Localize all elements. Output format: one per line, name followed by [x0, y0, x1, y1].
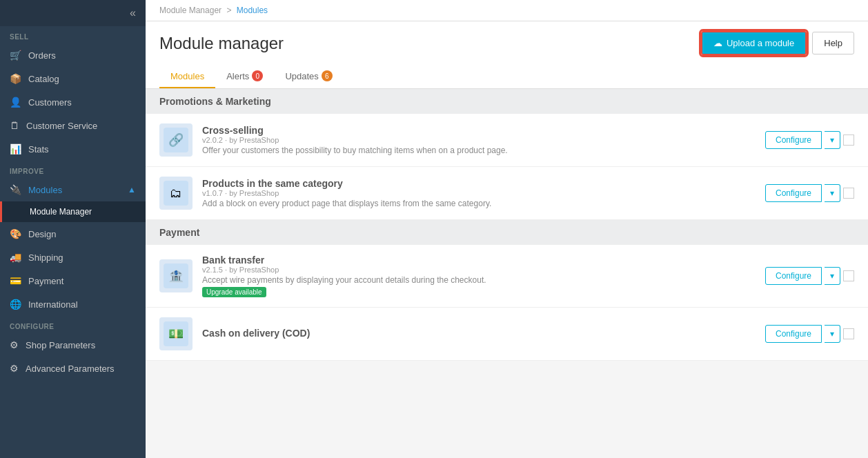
sidebar-label-advanced-parameters: Advanced Parameters [26, 364, 115, 374]
products-same-category-name: Products in the same category [202, 178, 756, 189]
cash-on-delivery-icon: 💵 [159, 317, 193, 350]
sidebar-item-customers[interactable]: 👤 Customers [0, 90, 146, 114]
modules-submenu: Module Manager [0, 201, 146, 222]
sidebar-label-customer-service: Customer Service [26, 121, 97, 131]
sidebar-item-shop-parameters[interactable]: ⚙ Shop Parameters [0, 333, 146, 357]
products-same-category-dropdown-button[interactable]: ▾ [825, 184, 840, 202]
breadcrumb-current[interactable]: Modules [237, 6, 268, 15]
sidebar: « SELL 🛒 Orders 📦 Catalog 👤 Customers 🗒 … [0, 0, 146, 458]
svg-text:🏦: 🏦 [168, 268, 184, 283]
products-same-category-info: Products in the same category v1.0.7 · b… [202, 178, 756, 208]
updates-badge: 6 [322, 70, 333, 81]
stats-icon: 📊 [10, 143, 21, 155]
content-area: Promotions & Marketing 🔗 Cross-selling v… [146, 89, 868, 458]
module-item-cash-on-delivery: 💵 Cash on delivery (COD) Configure ▾ [146, 308, 868, 361]
products-same-category-actions: Configure ▾ [765, 184, 854, 202]
advanced-parameters-icon: ⚙ [10, 363, 19, 374]
products-same-category-version: v1.0.7 · by PrestaShop [202, 189, 756, 197]
sidebar-item-design[interactable]: 🎨 Design [0, 222, 146, 246]
sidebar-item-customer-service[interactable]: 🗒 Customer Service [0, 114, 146, 137]
cross-selling-info: Cross-selling v2.0.2 · by PrestaShop Off… [202, 125, 756, 155]
sidebar-item-catalog[interactable]: 📦 Catalog [0, 67, 146, 90]
header-actions: ☁ Upload a module Help [701, 31, 854, 55]
bank-transfer-configure-button[interactable]: Configure [765, 267, 822, 285]
page-header: Module manager ☁ Upload a module Help Mo… [146, 21, 868, 89]
sidebar-item-advanced-parameters[interactable]: ⚙ Advanced Parameters [0, 357, 146, 380]
breadcrumb: Module Manager > Modules [146, 0, 868, 21]
module-item-products-same-category: 🗂 Products in the same category v1.0.7 ·… [146, 167, 868, 220]
page-title: Module manager [159, 34, 284, 53]
tabs: Modules Alerts 0 Updates 6 [159, 65, 854, 88]
sidebar-label-orders: Orders [28, 50, 56, 61]
section-title-promotions: Promotions & Marketing [159, 96, 271, 107]
collapse-icon: « [130, 7, 136, 19]
bank-transfer-desc: Accept wire payments by displaying your … [202, 275, 756, 285]
upload-cloud-icon: ☁ [713, 38, 722, 48]
bank-transfer-name: Bank transfer [202, 255, 756, 266]
module-item-cross-selling: 🔗 Cross-selling v2.0.2 · by PrestaShop O… [146, 114, 868, 167]
section-header-payment: Payment [146, 220, 868, 245]
modules-icon: 🔌 [10, 184, 21, 195]
cross-selling-name: Cross-selling [202, 125, 756, 136]
main-content: Module Manager > Modules Module manager … [146, 0, 868, 458]
cross-selling-dropdown-button[interactable]: ▾ [825, 131, 840, 149]
sidebar-item-stats[interactable]: 📊 Stats [0, 137, 146, 161]
bank-transfer-actions: Configure ▾ [765, 267, 854, 285]
payment-module-list: 🏦 Bank transfer v2.1.5 · by PrestaShop A… [146, 245, 868, 361]
cross-selling-version: v2.0.2 · by PrestaShop [202, 136, 756, 144]
shop-parameters-icon: ⚙ [10, 339, 19, 350]
products-same-category-configure-button[interactable]: Configure [765, 184, 822, 202]
tab-updates-label: Updates [285, 71, 318, 81]
sidebar-label-modules: Modules [28, 185, 62, 195]
sidebar-label-customers: Customers [28, 97, 72, 108]
cross-selling-checkbox[interactable] [843, 135, 854, 146]
upload-button-label: Upload a module [727, 38, 794, 48]
help-button[interactable]: Help [812, 32, 854, 54]
module-item-bank-transfer: 🏦 Bank transfer v2.1.5 · by PrestaShop A… [146, 245, 868, 308]
sidebar-item-payment[interactable]: 💳 Payment [0, 269, 146, 292]
breadcrumb-separator: > [226, 6, 231, 15]
svg-text:🗂: 🗂 [170, 186, 182, 200]
design-icon: 🎨 [10, 228, 21, 239]
alerts-badge: 0 [252, 70, 263, 81]
tab-alerts-label: Alerts [226, 71, 249, 81]
international-icon: 🌐 [10, 299, 21, 310]
cross-selling-configure-button[interactable]: Configure [765, 131, 822, 149]
cross-selling-desc: Offer your customers the possibility to … [202, 146, 756, 155]
bank-transfer-version: v2.1.5 · by PrestaShop [202, 266, 756, 274]
sidebar-item-modules[interactable]: 🔌 Modules ▲ [0, 178, 146, 201]
bank-transfer-checkbox[interactable] [843, 270, 854, 281]
payment-icon: 💳 [10, 275, 21, 286]
cash-on-delivery-name: Cash on delivery (COD) [202, 328, 756, 339]
bank-transfer-info: Bank transfer v2.1.5 · by PrestaShop Acc… [202, 255, 756, 297]
breadcrumb-parent[interactable]: Module Manager [159, 6, 221, 15]
configure-section-label: CONFIGURE [0, 316, 146, 333]
sidebar-label-module-manager: Module Manager [30, 207, 92, 217]
sidebar-item-orders[interactable]: 🛒 Orders [0, 43, 146, 67]
bank-transfer-dropdown-button[interactable]: ▾ [825, 267, 840, 285]
cross-selling-icon: 🔗 [159, 123, 193, 157]
sidebar-item-international[interactable]: 🌐 International [0, 292, 146, 316]
tab-updates[interactable]: Updates 6 [274, 65, 343, 88]
bank-transfer-icon: 🏦 [159, 259, 193, 292]
shipping-icon: 🚚 [10, 252, 21, 263]
cash-on-delivery-configure-button[interactable]: Configure [765, 325, 822, 343]
cash-on-delivery-dropdown-button[interactable]: ▾ [825, 325, 840, 343]
tab-alerts[interactable]: Alerts 0 [215, 65, 274, 88]
sidebar-collapse-button[interactable]: « [0, 0, 146, 26]
improve-section-label: IMPROVE [0, 161, 146, 178]
tab-modules[interactable]: Modules [159, 66, 215, 88]
modules-expand-icon: ▲ [128, 185, 136, 195]
cash-on-delivery-actions: Configure ▾ [765, 325, 854, 343]
products-same-category-icon: 🗂 [159, 177, 193, 210]
sidebar-label-catalog: Catalog [28, 74, 59, 84]
customers-icon: 👤 [10, 97, 21, 108]
products-same-category-checkbox[interactable] [843, 188, 854, 199]
sidebar-label-shop-parameters: Shop Parameters [26, 340, 95, 350]
sidebar-label-payment: Payment [28, 276, 63, 286]
sidebar-item-module-manager[interactable]: Module Manager [0, 201, 146, 222]
customer-service-icon: 🗒 [10, 120, 19, 131]
cash-on-delivery-checkbox[interactable] [843, 328, 854, 339]
upload-module-button[interactable]: ☁ Upload a module [701, 31, 807, 55]
sidebar-item-shipping[interactable]: 🚚 Shipping [0, 246, 146, 269]
